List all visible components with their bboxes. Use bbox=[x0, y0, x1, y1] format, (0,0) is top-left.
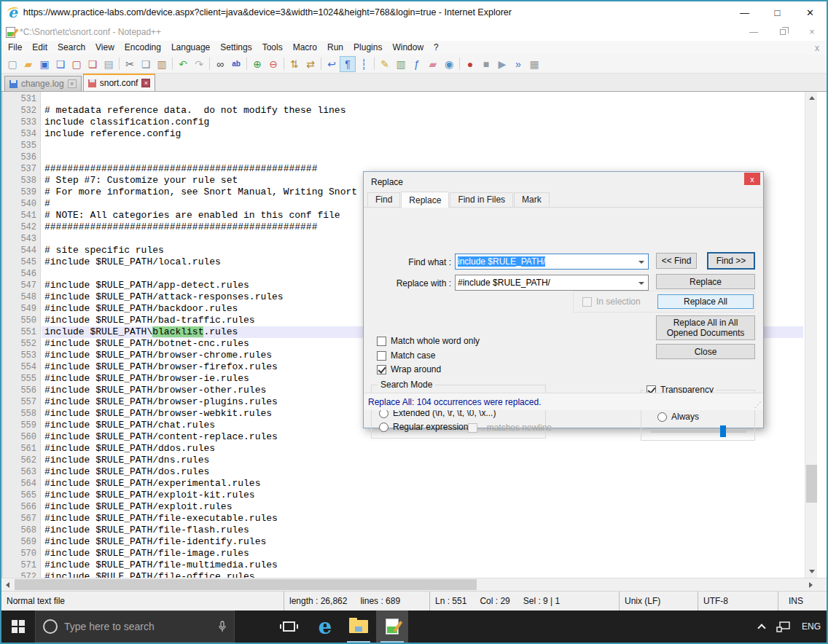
menu-search[interactable]: Search bbox=[52, 41, 90, 55]
scroll-up-arrow[interactable] bbox=[805, 92, 818, 104]
zoom-in-icon[interactable]: ⊕ bbox=[249, 56, 265, 72]
dialog-tab-find-in-files[interactable]: Find in Files bbox=[450, 192, 513, 207]
npp-minimize-button[interactable]: — bbox=[739, 23, 768, 41]
horizontal-scrollbar[interactable] bbox=[1, 578, 827, 591]
menu-help[interactable]: ? bbox=[429, 41, 444, 55]
doc-tab-change.log[interactable]: change.log× bbox=[4, 76, 82, 91]
cut-icon[interactable]: ✂ bbox=[122, 56, 138, 72]
show-all-characters-icon[interactable]: ¶ bbox=[340, 56, 356, 72]
code-line-535[interactable]: 535 bbox=[3, 140, 827, 152]
close-doc-icon[interactable]: ▢ bbox=[69, 56, 85, 72]
code-line-568[interactable]: 568#include $RULE_PATH/file-flash.rules bbox=[3, 525, 827, 536]
code-line-536[interactable]: 536 bbox=[3, 152, 827, 163]
resize-grip-icon[interactable]: ⋰ bbox=[754, 401, 762, 409]
dialog-tab-replace[interactable]: Replace bbox=[401, 192, 449, 208]
monitoring-icon[interactable]: ◉ bbox=[441, 56, 457, 72]
menu-window[interactable]: Window bbox=[387, 41, 429, 55]
code-line-533[interactable]: 533include classification.config bbox=[3, 117, 827, 128]
code-line-534[interactable]: 534include reference.config bbox=[3, 128, 827, 140]
folder-as-workspace-icon[interactable]: ▰ bbox=[425, 56, 441, 72]
npp-restore-button[interactable] bbox=[768, 23, 797, 41]
code-line-532[interactable]: 532# metadata reference data. do not mod… bbox=[3, 105, 827, 117]
redo-icon[interactable]: ↷ bbox=[191, 56, 207, 72]
macro-save-icon[interactable]: ▦ bbox=[526, 56, 542, 72]
macro-record-icon[interactable]: ● bbox=[462, 56, 478, 72]
task-view-button[interactable] bbox=[273, 610, 305, 643]
tab-close-icon[interactable]: × bbox=[68, 79, 77, 88]
taskbar-notepad-plus-plus-button[interactable] bbox=[376, 610, 408, 643]
menu-tools[interactable]: Tools bbox=[257, 41, 288, 55]
taskbar-search-input[interactable]: Type here to search bbox=[35, 610, 235, 643]
status-eol-format[interactable]: Unix (LF) bbox=[620, 592, 698, 610]
taskbar-file-explorer-button[interactable] bbox=[343, 610, 375, 643]
close-button[interactable]: Close bbox=[656, 344, 755, 359]
menu-edit[interactable]: Edit bbox=[27, 41, 52, 55]
scroll-down-arrow[interactable] bbox=[805, 565, 818, 578]
replace-button[interactable]: Replace bbox=[656, 274, 755, 289]
function-list-icon[interactable]: ƒ bbox=[409, 56, 425, 72]
indent-guide-icon[interactable]: ┆ bbox=[356, 56, 372, 72]
replace-icon[interactable]: ab bbox=[228, 56, 244, 72]
macro-stop-icon[interactable]: ■ bbox=[478, 56, 494, 72]
sync-horizontal-icon[interactable]: ⇄ bbox=[302, 56, 319, 72]
find-icon[interactable]: ∞ bbox=[212, 56, 228, 72]
paste-icon[interactable]: ▥ bbox=[154, 56, 170, 72]
menu-language[interactable]: Language bbox=[166, 41, 215, 55]
menu-settings[interactable]: Settings bbox=[215, 41, 257, 55]
macro-play-icon[interactable]: ▶ bbox=[494, 56, 510, 72]
transparency-always-radio[interactable]: Always bbox=[657, 412, 699, 422]
in-selection-checkbox[interactable]: In selection bbox=[582, 297, 641, 307]
microphone-icon[interactable] bbox=[218, 621, 227, 632]
replace-all-open-docs-button[interactable]: Replace All in All Opened Documents bbox=[656, 315, 755, 340]
open-file-icon[interactable]: ▰ bbox=[20, 56, 36, 72]
close-all-docs-icon[interactable]: ❏ bbox=[85, 56, 101, 72]
menu-encoding[interactable]: Encoding bbox=[120, 41, 166, 55]
scroll-right-arrow[interactable] bbox=[805, 578, 817, 591]
find-what-combobox[interactable]: include $RULE_PATH/ bbox=[455, 254, 649, 270]
vertical-scrollbar[interactable] bbox=[805, 92, 817, 578]
undo-icon[interactable]: ↶ bbox=[175, 56, 191, 72]
network-icon[interactable] bbox=[776, 621, 790, 632]
status-typing-mode[interactable]: INS bbox=[778, 592, 827, 610]
replace-all-button[interactable]: Replace All bbox=[657, 294, 754, 309]
vertical-scrollbar-thumb[interactable] bbox=[806, 465, 817, 503]
menu-file[interactable]: File bbox=[3, 41, 27, 55]
code-line-567[interactable]: 567#include $RULE_PATH/file-executable.r… bbox=[3, 513, 827, 525]
macro-run-multiple-icon[interactable]: » bbox=[510, 56, 526, 72]
replace-dialog-close-button[interactable]: x bbox=[744, 173, 760, 185]
dialog-tab-mark[interactable]: Mark bbox=[514, 192, 550, 207]
menu-run[interactable]: Run bbox=[322, 41, 348, 55]
tray-chevron-up-icon[interactable] bbox=[757, 624, 765, 632]
new-file-icon[interactable]: ▢ bbox=[4, 56, 20, 72]
copy-icon[interactable]: ❏ bbox=[138, 56, 154, 72]
menubar-close-icon[interactable]: x bbox=[815, 43, 819, 53]
code-line-531[interactable]: 531 bbox=[3, 93, 827, 105]
tab-close-icon[interactable]: × bbox=[141, 79, 150, 87]
menu-macro[interactable]: Macro bbox=[288, 41, 322, 55]
code-line-570[interactable]: 570#include $RULE_PATH/file-image.rules bbox=[3, 548, 827, 559]
code-line-564[interactable]: 564#include $RULE_PATH/experimental.rule… bbox=[3, 478, 827, 490]
menu-plugins[interactable]: Plugins bbox=[348, 41, 387, 55]
ie-maximize-button[interactable]: □ bbox=[761, 1, 794, 23]
code-line-569[interactable]: 569#include $RULE_PATH/file-identify.rul… bbox=[3, 536, 827, 548]
code-line-572[interactable]: 572#include $RULE_PATH/file-office.rules bbox=[3, 571, 827, 578]
find-next-button[interactable]: Find >> bbox=[707, 252, 755, 270]
code-line-571[interactable]: 571#include $RULE_PATH/file-multimedia.r… bbox=[3, 559, 827, 571]
document-map-icon[interactable]: ▥ bbox=[393, 56, 409, 72]
search-mode-regex-radio[interactable]: Regular expression bbox=[379, 422, 468, 432]
transparency-slider-thumb[interactable] bbox=[720, 425, 726, 437]
save-icon[interactable]: ▣ bbox=[36, 56, 52, 72]
zoom-out-icon[interactable]: ⊖ bbox=[265, 56, 281, 72]
print-icon[interactable]: ▤ bbox=[101, 56, 117, 72]
sync-vertical-icon[interactable]: ⇅ bbox=[286, 56, 302, 72]
replace-with-combobox[interactable]: #include $RULE_PATH/ bbox=[455, 275, 649, 291]
code-line-566[interactable]: 566#include $RULE_PATH/exploit.rules bbox=[3, 501, 827, 513]
code-line-561[interactable]: 561#include $RULE_PATH/ddos.rules bbox=[3, 443, 827, 455]
code-line-563[interactable]: 563#include $RULE_PATH/dos.rules bbox=[3, 466, 827, 478]
user-defined-dialog-icon[interactable]: ✎ bbox=[377, 56, 393, 72]
horizontal-scrollbar-thumb[interactable] bbox=[15, 579, 477, 590]
ie-minimize-button[interactable]: — bbox=[728, 1, 761, 23]
matches-newline-checkbox[interactable]: . matches newline bbox=[468, 423, 552, 433]
save-all-icon[interactable]: ❏ bbox=[52, 56, 69, 72]
find-prev-button[interactable]: << Find bbox=[656, 253, 697, 269]
